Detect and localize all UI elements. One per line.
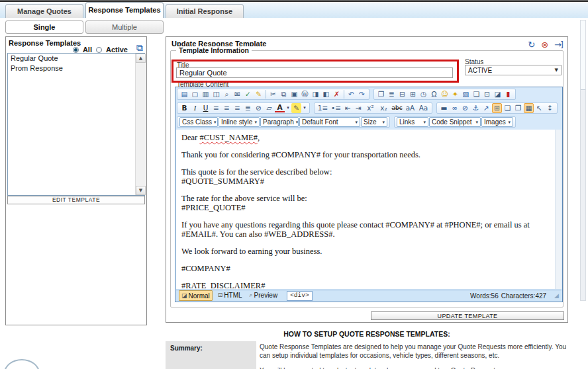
font-color-dropdown-icon[interactable]: ▾ [285,103,291,113]
italic-icon[interactable]: I [190,103,200,113]
editor-content[interactable]: Dear #CUST_NAME#, Thank you for consider… [176,130,562,289]
cut-icon[interactable]: ✂ [268,89,278,99]
code-snippet-select[interactable]: Code Snippet ▾ [429,117,481,127]
content-scrollbar[interactable] [555,130,562,289]
mail-icon[interactable]: ✉ [232,89,242,99]
separator[interactable] [266,90,266,99]
page-scrollbar-thumb[interactable] [581,20,585,90]
superscript-icon[interactable]: x² [364,103,377,113]
font-select[interactable]: Default Font ▾ [299,117,360,127]
tab-response-templates[interactable]: Response Templates [85,2,164,18]
indent-icon[interactable]: ⇥ [354,103,364,113]
edit-template-button[interactable]: EDIT TEMPLATE [7,196,145,204]
special-character-icon[interactable]: Ω [429,89,439,99]
font-color-icon[interactable]: A [275,104,285,112]
new-window-icon[interactable]: ❏ [471,89,481,99]
listbox-scrollbar[interactable]: ▲ ▼ [135,54,146,195]
layer-front-icon[interactable]: ❐ [513,103,523,113]
list-item[interactable]: Regular Quote [8,54,144,63]
mode-preview[interactable]: ⌕ Preview [248,290,280,300]
scroll-up-icon[interactable]: ▲ [136,54,146,63]
outdent-icon[interactable]: ⇤ [343,103,353,113]
print-preview-icon[interactable]: ◫ [211,89,221,99]
size-select[interactable]: Size ▾ [361,117,387,127]
new-document-icon[interactable]: ▢ [190,89,200,99]
remove-format-icon[interactable]: ⊘ [254,103,264,113]
spellcheck-icon[interactable]: ✓ [243,89,253,99]
find-icon[interactable]: ⌕ [222,89,232,99]
subscript-icon[interactable]: x₂ [377,103,390,113]
scroll-down-icon[interactable]: ▼ [136,186,146,195]
print-icon[interactable]: ▥ [201,89,211,99]
horizontal-rule-icon[interactable]: ▬ [439,103,449,113]
align-justify-icon[interactable]: ≣ [243,103,253,113]
anchor-icon[interactable]: ⚓ [471,103,481,113]
style-brush-icon[interactable]: ✎ [254,89,264,99]
tab-manage-quotes[interactable]: Manage Quotes [5,4,83,18]
resize-grip-icon[interactable]: ◢ [554,292,559,299]
eraser-icon[interactable]: ▱ [264,103,274,113]
strikethrough-icon[interactable]: abc [391,103,403,113]
insert-time-icon[interactable]: ◷ [418,89,428,99]
layer-icon[interactable]: ❏ [503,103,513,113]
undo-icon[interactable]: ↶ [346,89,356,99]
links-select[interactable]: Links ▾ [397,117,428,127]
insert-template-icon[interactable]: ≣ [387,89,397,99]
insert-image-icon[interactable]: ⊡ [482,89,492,99]
separator[interactable] [344,90,344,99]
status-select[interactable]: ACTIVE ▼ [465,65,562,75]
select-cursor-icon[interactable]: ↖ [534,103,544,113]
save-icon[interactable]: ▤ [179,89,189,99]
paste-from-word-icon[interactable]: Ⓦ [300,89,310,99]
copy-icon[interactable]: ⧉ [279,89,289,99]
inline-style-select[interactable]: Inline style ▾ [219,117,260,127]
uppercase-icon[interactable]: aA [404,103,416,113]
images-select[interactable]: Images ▾ [481,117,513,127]
duplicate-template-icon[interactable]: ⧉ [136,42,143,54]
pdf-icon[interactable]: ▮ [503,89,513,99]
exit-icon[interactable]: →] [554,40,562,50]
highlight-dropdown-icon[interactable]: ▾ [302,103,307,113]
edit-image-icon[interactable]: ◪ [493,89,503,99]
highlight-icon[interactable]: ✎ [291,103,301,113]
bold-icon[interactable]: B [179,103,189,113]
title-input[interactable] [176,67,453,78]
paste-text-icon[interactable]: ◧ [321,89,331,99]
hyperlink-icon[interactable]: ∞ [450,103,460,113]
align-right-icon[interactable]: ≡ [232,103,242,113]
insert-link-icon[interactable]: ↗ [481,103,491,113]
align-left-icon[interactable]: ≡ [211,103,221,113]
template-listbox[interactable]: Regular Quote Prom Response [7,53,145,196]
mode-normal[interactable]: ◪ Normal [179,290,213,301]
delete-template-icon[interactable]: ⊗ [541,40,548,50]
stamp-icon[interactable]: ✦ [450,89,460,99]
radio-active[interactable] [96,47,102,53]
element-path-tag[interactable]: <div> [287,291,313,301]
subtab-multiple[interactable]: Multiple [85,20,164,34]
emoticon-icon[interactable]: ☺ [440,89,450,99]
css-class-select[interactable]: Css Class ▾ [179,117,218,127]
radio-all[interactable] [73,47,79,53]
select-area-icon[interactable]: ▧ [461,89,471,99]
insert-document-icon[interactable]: ❐ [376,89,386,99]
unlink-icon[interactable]: ⊘ [460,103,470,113]
lowercase-icon[interactable]: Aa [417,103,430,113]
delete-icon[interactable]: ✗ [332,89,342,99]
paste-html-icon[interactable]: ◨ [311,89,320,99]
update-template-button[interactable]: UPDATE TEMPLATE [371,311,564,320]
paragraph-select[interactable]: Paragraph ▾ [260,117,299,127]
insert-table-icon[interactable]: ⊞ [492,103,502,113]
redo-icon[interactable]: ↷ [357,89,367,99]
refresh-icon[interactable]: ↻ [528,40,535,50]
caret-browse-icon[interactable]: ↕ [545,103,555,113]
page-break-icon[interactable]: ⊟ [397,89,407,99]
numbered-list-icon[interactable]: 1≡ [317,103,329,113]
underline-icon[interactable]: U [201,103,211,113]
show-borders-icon[interactable]: ▦ [524,103,534,113]
insert-field-icon[interactable]: ⊞ [408,89,418,99]
tab-initial-response[interactable]: Initial Response [166,4,244,18]
align-center-icon[interactable]: ≡ [222,103,232,113]
page-scrollbar[interactable] [580,20,586,301]
list-item[interactable]: Prom Response [8,63,144,73]
paste-icon[interactable]: ▣ [289,89,299,99]
